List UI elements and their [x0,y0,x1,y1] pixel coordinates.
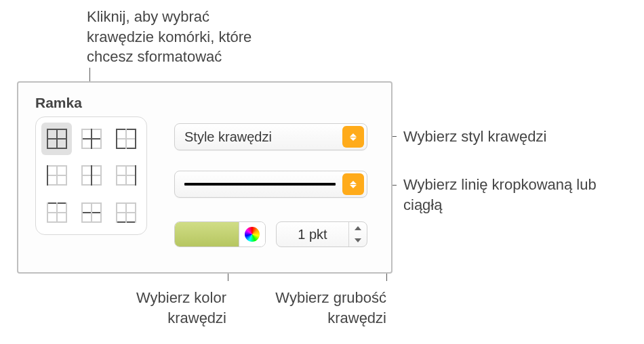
edge-left[interactable] [41,159,72,192]
color-swatch[interactable] [175,222,239,246]
chevron-up-down-icon [342,173,364,195]
edge-right[interactable] [110,159,141,192]
solid-line-icon [184,183,336,186]
edge-all[interactable] [41,123,72,155]
line-type-dropdown[interactable] [174,171,367,198]
color-wheel-button[interactable] [239,222,265,246]
edge-bottom[interactable] [110,196,141,229]
callout-edges: Kliknij, aby wybrać krawędzie komórki, k… [87,7,263,67]
color-wheel-icon [245,227,260,242]
border-width-value: 1 pkt [277,227,348,242]
stepper-down[interactable] [349,234,367,246]
edge-horizontal[interactable] [76,196,106,229]
stepper-up[interactable] [349,222,367,234]
edge-selection-grid [35,116,147,235]
chevron-up-down-icon [342,126,364,148]
callout-width: Wybierz grubość krawędzi [251,288,386,328]
section-title-ramka: Ramka [35,95,82,111]
callout-line: Wybierz linię kropkowaną lub ciągłą [403,175,627,215]
border-width-stepper[interactable]: 1 pkt [276,221,367,247]
edge-outside[interactable] [110,123,141,155]
border-color-well[interactable] [174,221,266,247]
edge-inside[interactable] [76,123,106,155]
callout-color: Wybierz kolor krawędzi [91,288,226,328]
callout-style: Wybierz styl krawędzi [403,127,546,147]
edge-vertical[interactable] [76,159,106,192]
stepper-arrows[interactable] [348,222,367,246]
border-panel: Ramka [17,81,393,274]
edge-top[interactable] [41,196,72,229]
border-style-dropdown[interactable]: Style krawędzi [174,123,367,150]
border-style-label: Style krawędzi [175,129,342,145]
